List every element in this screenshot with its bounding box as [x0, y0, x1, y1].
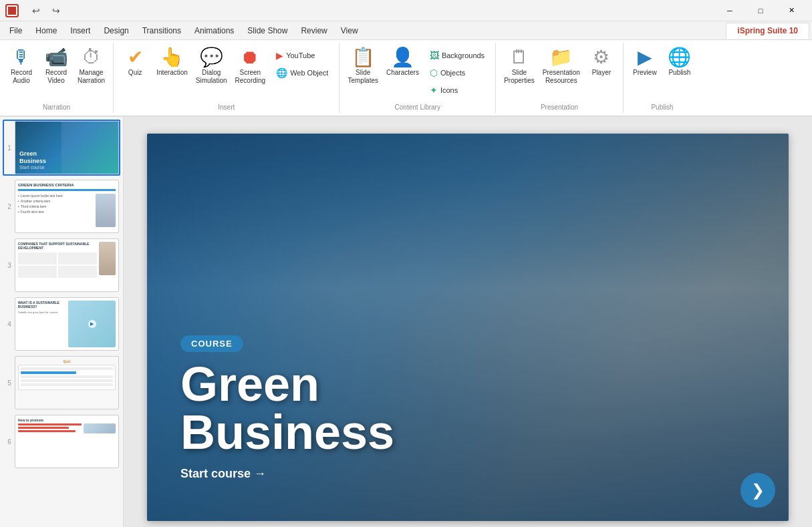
narration-group-label: Narration: [0, 103, 113, 113]
insert-buttons: ✔ Quiz 👆 Interaction 💬 DialogSimulation …: [114, 43, 339, 103]
slide-thumb-5[interactable]: 5 Quiz: [3, 355, 120, 411]
slide-thumb-4[interactable]: 4 WHAT IS A SUSTAINABLE BUSINESS? Subtit…: [3, 296, 120, 352]
menu-home[interactable]: Home: [29, 23, 63, 38]
ispring-suite-tab[interactable]: iSpring Suite 10: [726, 23, 809, 39]
minimize-button[interactable]: ─: [714, 0, 745, 21]
preview-button[interactable]: ▶ Preview: [628, 45, 662, 79]
slide-properties-button[interactable]: 🗒 SlideProperties: [500, 45, 539, 87]
undo-button[interactable]: ↩: [27, 1, 45, 20]
menu-bar: File Home Insert Design Transitions Anim…: [0, 21, 812, 40]
youtube-label: YouTube: [286, 51, 315, 59]
main-area: 1 GreenBusiness Start course 2 GREEN BUS…: [0, 117, 812, 527]
canvas-area: COURSE Green Business Start course → ❯: [124, 117, 812, 527]
interaction-button[interactable]: 👆 Interaction: [152, 45, 192, 79]
backgrounds-icon: 🖼: [430, 50, 439, 61]
menu-design[interactable]: Design: [97, 23, 135, 38]
menu-animations[interactable]: Animations: [188, 23, 241, 38]
slide-thumb-1[interactable]: 1 GreenBusiness Start course: [3, 120, 120, 176]
window-controls: ─ □ ✕: [714, 0, 807, 21]
screen-rec-icon: ⏺: [241, 48, 259, 67]
icons-button[interactable]: ✦ Icons: [426, 83, 489, 98]
ribbon: 🎙 RecordAudio 📹 RecordVideo ⏱ ManageNarr…: [0, 40, 812, 117]
insert-group-label: Insert: [114, 103, 339, 113]
slide-thumb-2[interactable]: 2 GREEN BUSINESS CRITERIA •Lorem ipsum b…: [3, 178, 120, 234]
dialog-simulation-button[interactable]: 💬 DialogSimulation: [192, 45, 231, 87]
icons-icon: ✦: [430, 85, 438, 96]
screen-recording-label: ScreenRecording: [235, 69, 266, 85]
objects-label: Objects: [440, 69, 465, 77]
close-button[interactable]: ✕: [776, 0, 807, 21]
web-object-button[interactable]: 🌐 Web Object: [272, 65, 332, 80]
slide-thumb-6[interactable]: 6 How to promote: [3, 413, 120, 470]
content-library-group: 📋 SlideTemplates 👤 Characters 🖼 Backgrou…: [340, 43, 496, 113]
menu-insert[interactable]: Insert: [63, 23, 97, 38]
next-slide-button[interactable]: ❯: [740, 473, 775, 508]
slide4-play-icon: ▶: [88, 320, 96, 328]
slide-img-4: WHAT IS A SUSTAINABLE BUSINESS? Subtitle…: [15, 297, 119, 351]
redo-button[interactable]: ↪: [47, 1, 65, 20]
start-course-button[interactable]: Start course →: [180, 467, 266, 481]
web-object-label: Web Object: [290, 69, 328, 77]
quiz-icon: ✔: [128, 48, 143, 67]
maximize-button[interactable]: □: [745, 0, 776, 21]
slide-num-5: 5: [4, 379, 15, 387]
slide-num-2: 2: [4, 203, 15, 210]
slide4-sub: Subtitle text goes here for context: [18, 311, 65, 314]
manage-narration-label: ManageNarration: [78, 69, 105, 85]
bg-obj-icons-group: 🖼 Backgrounds ⬡ Objects ✦ Icons: [423, 45, 491, 100]
manage-narration-button[interactable]: ⏱ ManageNarration: [74, 45, 109, 87]
quiz-label: Quiz: [128, 69, 142, 77]
record-video-button[interactable]: 📹 RecordVideo: [39, 45, 74, 87]
backgrounds-button[interactable]: 🖼 Backgrounds: [426, 48, 489, 63]
youtube-icon: ▶: [276, 50, 283, 61]
menu-slideshow[interactable]: Slide Show: [241, 23, 294, 38]
content-library-buttons: 📋 SlideTemplates 👤 Characters 🖼 Backgrou…: [340, 43, 495, 103]
video-icon: 📹: [45, 48, 68, 67]
characters-button[interactable]: 👤 Characters: [382, 45, 423, 79]
youtube-button[interactable]: ▶ YouTube: [272, 48, 332, 63]
slide-panel[interactable]: 1 GreenBusiness Start course 2 GREEN BUS…: [0, 117, 124, 527]
menu-review[interactable]: Review: [294, 23, 333, 38]
record-audio-button[interactable]: 🎙 RecordAudio: [4, 45, 39, 87]
publish-buttons: ▶ Preview 🌐 Publish: [624, 43, 701, 103]
characters-icon: 👤: [391, 48, 414, 67]
interact-icon: 👆: [160, 48, 184, 67]
slide-num-6: 6: [4, 438, 15, 446]
youtube-web-group: ▶ YouTube 🌐 Web Object: [269, 45, 335, 83]
characters-label: Characters: [386, 69, 419, 77]
narration-group: 🎙 RecordAudio 📹 RecordVideo ⏱ ManageNarr…: [0, 43, 114, 113]
slide-thumb-3[interactable]: 3 COMPANIES THAT SUPPORT SUSTAINABLE DEV…: [3, 237, 120, 293]
presentation-resources-button[interactable]: 📁 PresentationResources: [539, 45, 584, 87]
icons-label: Icons: [440, 86, 458, 94]
slide4-title: WHAT IS A SUSTAINABLE BUSINESS?: [18, 301, 65, 309]
mic-icon: 🎙: [12, 48, 31, 67]
app-icon: [5, 4, 19, 17]
interaction-label: Interaction: [156, 69, 188, 77]
publish-button[interactable]: 🌐 Publish: [662, 45, 697, 79]
publish-group: ▶ Preview 🌐 Publish Publish: [624, 43, 701, 113]
objects-icon: ⬡: [430, 67, 438, 78]
player-icon: ⚙: [593, 48, 610, 67]
course-title: Green Business: [180, 360, 642, 456]
menu-file[interactable]: File: [3, 23, 29, 38]
presentation-buttons: 🗒 SlideProperties 📁 PresentationResource…: [496, 43, 623, 103]
web-object-icon: 🌐: [276, 67, 287, 78]
slide-img-5: Quiz: [15, 356, 119, 409]
player-label: Player: [592, 69, 611, 77]
player-button[interactable]: ⚙ Player: [584, 45, 619, 79]
quiz-button[interactable]: ✔ Quiz: [118, 45, 152, 79]
objects-button[interactable]: ⬡ Objects: [426, 65, 489, 80]
slide-num-1: 1: [4, 144, 15, 152]
slide5-header: Quiz: [18, 359, 116, 363]
backgrounds-label: Backgrounds: [442, 51, 485, 59]
slide6-header: How to promote: [18, 418, 116, 422]
menu-view[interactable]: View: [334, 23, 365, 38]
screen-recording-button[interactable]: ⏺ ScreenRecording: [231, 45, 270, 87]
slide-templates-label: SlideTemplates: [348, 69, 378, 85]
slide3-header: COMPANIES THAT SUPPORT SUSTAINABLE DEVEL…: [18, 242, 97, 250]
slide-templates-button[interactable]: 📋 SlideTemplates: [344, 45, 382, 87]
start-course-label: Start course →: [180, 467, 266, 481]
slide-canvas: COURSE Green Business Start course → ❯: [147, 134, 789, 521]
slide-properties-icon: 🗒: [510, 48, 529, 67]
menu-transitions[interactable]: Transitions: [136, 23, 188, 38]
